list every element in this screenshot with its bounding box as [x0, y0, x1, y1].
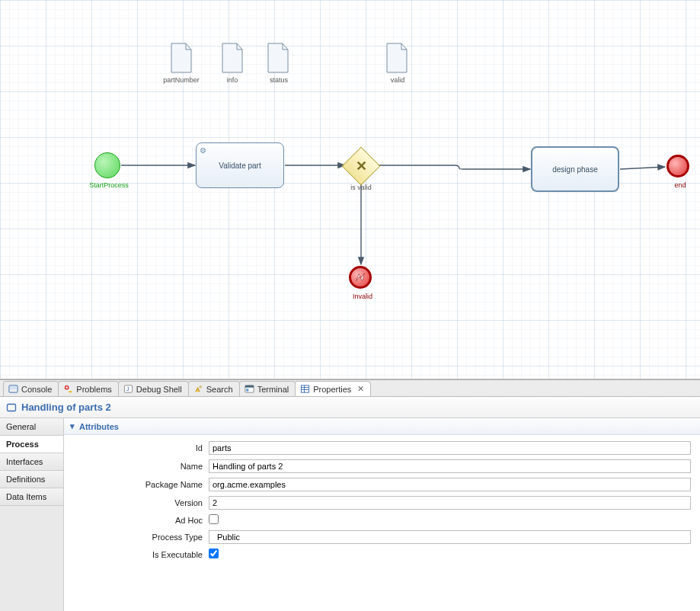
terminal-icon: [245, 384, 254, 394]
data-object-label: partNumber: [158, 76, 204, 84]
label-id: Id: [73, 443, 203, 453]
console-icon: [8, 384, 18, 394]
tab-label: Terminal: [257, 385, 289, 394]
debug-shell-icon: J: [123, 384, 133, 394]
end-event[interactable]: [666, 155, 689, 178]
gateway-label: is valid: [344, 184, 378, 191]
data-object-label: info: [221, 76, 244, 84]
section-attributes[interactable]: ▾ Attributes: [64, 418, 700, 435]
side-tab-general[interactable]: General: [0, 418, 63, 436]
properties-body: General Process Interfaces Definitions D…: [0, 418, 700, 611]
svg-rect-13: [8, 404, 16, 411]
problems-icon: [63, 384, 73, 394]
label-adhoc: Ad Hoc: [73, 516, 203, 525]
tab-properties[interactable]: Properties ✕: [295, 381, 371, 396]
end-event-label: end: [669, 181, 692, 189]
gateway-x-icon: ✕: [348, 153, 374, 179]
input-version[interactable]: [209, 496, 691, 510]
diagram-canvas[interactable]: partNumber info status valid StartProces…: [0, 0, 700, 379]
input-id[interactable]: [209, 441, 691, 455]
tab-problems[interactable]: Problems: [58, 381, 118, 396]
tab-search[interactable]: Search: [188, 381, 240, 396]
data-object-label: valid: [384, 76, 411, 84]
svg-point-8: [245, 389, 248, 392]
label-version: Version: [73, 498, 203, 507]
properties-title: Handling of parts 2: [21, 401, 111, 413]
properties-icon: [300, 384, 310, 394]
side-tab-interfaces[interactable]: Interfaces: [0, 453, 63, 471]
twistie-icon[interactable]: ▾: [70, 421, 75, 431]
data-object-partNumber[interactable]: [169, 43, 193, 73]
close-icon[interactable]: ✕: [357, 384, 364, 394]
tab-console[interactable]: Console: [3, 381, 59, 396]
bottom-panel: Console Problems J Debug Shell Search Te…: [0, 379, 700, 611]
section-title: Attributes: [79, 422, 119, 431]
tab-label: Debug Shell: [136, 385, 182, 394]
input-name[interactable]: [209, 459, 691, 473]
data-object-label: status: [264, 76, 294, 84]
svg-rect-1: [10, 386, 16, 389]
checkbox-is-executable[interactable]: [209, 549, 219, 558]
label-name: Name: [73, 462, 203, 471]
label-is-exec: Is Executable: [73, 550, 203, 559]
view-tabs: Console Problems J Debug Shell Search Te…: [0, 380, 700, 397]
gateway-is-valid[interactable]: ✕: [342, 147, 381, 186]
svg-rect-7: [245, 385, 254, 388]
side-tab-process[interactable]: Process: [0, 436, 63, 453]
end-error-label: Invalid: [347, 293, 378, 300]
tab-terminal[interactable]: Terminal: [239, 381, 296, 396]
svg-point-5: [200, 386, 201, 388]
task-validate-part[interactable]: ⚙ Validate part: [196, 142, 284, 188]
side-tab-definitions[interactable]: Definitions: [0, 471, 63, 488]
properties-header: Handling of parts 2: [0, 397, 700, 418]
tab-debug-shell[interactable]: J Debug Shell: [118, 381, 189, 396]
svg-rect-9: [302, 385, 309, 392]
start-event[interactable]: [94, 152, 120, 178]
data-object-valid[interactable]: [385, 43, 409, 73]
error-icon: [353, 270, 367, 284]
properties-side-tabs: General Process Interfaces Definitions D…: [0, 418, 64, 611]
label-process-type: Process Type: [73, 533, 203, 542]
data-object-status[interactable]: [266, 43, 290, 73]
tab-label: Search: [206, 385, 233, 394]
task-label: design phase: [552, 165, 598, 174]
task-label: Validate part: [219, 162, 261, 170]
properties-form: ▾ Attributes Id Name Package Name Versio…: [64, 418, 700, 611]
svg-text:J: J: [126, 385, 129, 392]
checkbox-adhoc[interactable]: [209, 514, 219, 524]
process-icon: [6, 402, 17, 413]
side-tab-data-items[interactable]: Data Items: [0, 488, 63, 506]
label-package: Package Name: [73, 480, 203, 489]
start-event-label: StartProcess: [82, 181, 136, 189]
tab-label: Properties: [313, 385, 351, 394]
search-icon: [193, 384, 203, 394]
gear-icon: ⚙: [200, 146, 206, 155]
end-event-error[interactable]: [349, 266, 372, 289]
select-process-type[interactable]: [209, 530, 691, 544]
tab-label: Problems: [76, 385, 111, 394]
task-design-phase[interactable]: design phase: [531, 146, 619, 192]
input-package[interactable]: [209, 478, 691, 491]
data-object-info[interactable]: [220, 43, 245, 73]
tab-label: Console: [21, 385, 52, 394]
